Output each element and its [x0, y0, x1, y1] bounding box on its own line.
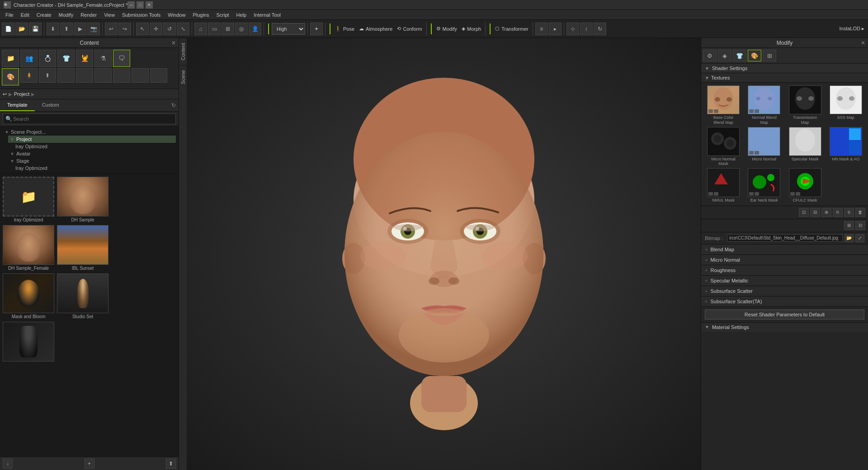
content-expression-btn[interactable]: 🗨	[113, 50, 130, 67]
export-button[interactable]: ⬆	[60, 23, 73, 35]
tex-icon-zoom[interactable]: ⊕	[821, 208, 831, 217]
user-button[interactable]: 👤	[249, 23, 261, 35]
modify-icon-material[interactable]: 🎨	[748, 50, 761, 61]
texture-thumb-ear-neck[interactable]	[748, 168, 780, 197]
content-scene-btn[interactable]: 📁	[2, 50, 19, 67]
menu-plugins[interactable]: Plugins	[189, 11, 212, 19]
open-button[interactable]: 📂	[15, 23, 28, 35]
breadcrumb-project[interactable]: Project	[14, 91, 29, 97]
texture-thumb-base-color[interactable]	[707, 85, 740, 114]
search-input[interactable]	[3, 113, 176, 124]
content-type5-btn[interactable]	[132, 68, 149, 83]
toolbar-extra2[interactable]: ▸	[549, 23, 561, 35]
tree-project[interactable]: ▼ Project	[8, 136, 176, 143]
redo-button[interactable]: ↪	[118, 23, 131, 35]
grid-thumb-darkfigure[interactable]	[3, 322, 54, 362]
reset-shader-button[interactable]: Reset Shader Parameters to Default	[705, 310, 864, 320]
undo-button[interactable]: ↩	[105, 23, 118, 35]
grid-item-iray[interactable]: 📁 Iray Optimized	[3, 177, 54, 222]
menu-window[interactable]: Window	[164, 11, 189, 19]
shader-settings-header[interactable]: ▼ Shader Settings	[701, 64, 868, 73]
instalod-button[interactable]: InstaLOD ▸	[837, 26, 866, 32]
viewport[interactable]	[187, 38, 701, 470]
content-hair-btn[interactable]: 💆	[76, 50, 93, 67]
grid-thumb-iblsunset[interactable]	[57, 225, 108, 265]
menu-create[interactable]: Create	[33, 11, 55, 19]
subsurface-scatter-header[interactable]: + Subsurface Scatter	[701, 286, 868, 296]
modify-icon-cloth[interactable]: 👕	[733, 50, 746, 61]
menu-script[interactable]: Script	[212, 11, 232, 19]
orbit-button[interactable]: ◎	[235, 23, 248, 35]
transformer-button[interactable]: ⬡ Transformer	[493, 26, 530, 32]
grid-item-darkfigure[interactable]	[3, 322, 54, 362]
tree-iray-opt-1[interactable]: Iray Optimized	[14, 143, 176, 150]
front-button[interactable]: ▭	[208, 23, 221, 35]
content-bottom-down[interactable]: ↓	[3, 459, 13, 469]
modify-button[interactable]: ⚙ Modify	[434, 26, 459, 32]
toolbar-extra1[interactable]: ≡	[535, 23, 548, 35]
menu-edit[interactable]: Edit	[17, 11, 33, 19]
breadcrumb-back[interactable]: ↩	[3, 91, 7, 97]
content-figure-btn[interactable]: 🧍	[20, 68, 38, 83]
menu-modify[interactable]: Modify	[55, 11, 77, 19]
modify-icon-checkerboard[interactable]: ⊞	[763, 50, 776, 61]
menu-submission-tools[interactable]: Submission Tools	[118, 11, 164, 19]
content-bottom-add[interactable]: +	[85, 459, 94, 469]
tab-template[interactable]: Template	[0, 99, 35, 111]
import-button[interactable]: ⬇	[47, 23, 59, 35]
tab-custom[interactable]: Custom	[35, 99, 66, 111]
bitmap-browse-btn[interactable]: 📂	[844, 234, 854, 242]
menu-file[interactable]: File	[2, 11, 17, 19]
minimize-button[interactable]: ─	[127, 1, 135, 9]
content-type1-btn[interactable]	[57, 68, 75, 83]
toolbar-extra4[interactable]: ↕	[580, 23, 593, 35]
tex-icon-extra2[interactable]: ⊟	[855, 221, 865, 230]
tree-stage[interactable]: ▼ Stage	[8, 157, 176, 164]
grid-thumb-dhsample[interactable]	[57, 177, 108, 216]
menu-help[interactable]: Help	[233, 11, 250, 19]
texture-thumb-micro-normal[interactable]	[748, 127, 780, 156]
subsurface-scatter-ta-header[interactable]: + Subsurface Scatter(TA)	[701, 296, 868, 306]
tex-icon-delete[interactable]: 🗑	[855, 208, 865, 217]
toolbar-extra5[interactable]: ↻	[594, 23, 606, 35]
home-button[interactable]: ⌂	[194, 23, 207, 35]
content-type3-btn[interactable]	[94, 68, 112, 83]
rotate-button[interactable]: ↺	[163, 23, 176, 35]
content-bottom-import[interactable]: ⬆	[166, 459, 176, 469]
select-button[interactable]: ↖	[136, 23, 149, 35]
close-button[interactable]: ✕	[146, 1, 153, 9]
content-side-tab[interactable]: Content	[179, 38, 187, 65]
content-type4-btn[interactable]	[113, 68, 130, 83]
tex-icon-paste[interactable]: ⎗	[844, 208, 854, 217]
grid-thumb-studioset[interactable]	[57, 273, 108, 313]
texture-thumb-cfulc[interactable]	[789, 168, 821, 197]
tex-icon-fit[interactable]: ⊡	[799, 208, 809, 217]
new-button[interactable]: 📄	[2, 23, 14, 35]
content-accessory-btn[interactable]: 💍	[39, 50, 56, 67]
toolbar-extra3[interactable]: ⊹	[566, 23, 579, 35]
content-type6-btn[interactable]	[150, 68, 167, 83]
camera-button[interactable]: 📷	[87, 23, 100, 35]
grid-item-dhsample[interactable]: DH Sample	[57, 177, 108, 222]
grid-thumb-maskbloom[interactable]	[3, 273, 54, 313]
quality-dropdown[interactable]: High Medium Low Custom	[272, 23, 305, 35]
texture-thumb-transmission[interactable]	[789, 85, 821, 114]
bitmap-expand-btn[interactable]: ⤢	[855, 234, 864, 242]
refresh-button[interactable]: ↻	[171, 102, 176, 108]
specular-metallic-header[interactable]: + Specular Metallic	[701, 276, 868, 286]
content-morph-btn[interactable]: ⚗	[94, 50, 112, 67]
light-button[interactable]: ✦	[310, 23, 323, 35]
grid-item-maskbloom[interactable]: Mask and Bloom	[3, 273, 54, 319]
atmosphere-button[interactable]: ☁ Atmosphere	[357, 26, 394, 32]
tree-scene-project[interactable]: ▼ Scene Project...	[3, 128, 176, 136]
modify-close-button[interactable]: ✕	[861, 40, 865, 46]
tex-icon-extra1[interactable]: ⊞	[844, 221, 854, 230]
content-cloth-btn[interactable]: 👕	[57, 50, 75, 67]
tex-icon-crop[interactable]: ⊟	[810, 208, 820, 217]
move-button[interactable]: ✛	[150, 23, 162, 35]
roughness-header[interactable]: + Roughness	[701, 265, 868, 275]
texture-thumb-nmul[interactable]	[707, 168, 740, 197]
render-button[interactable]: ▶	[74, 23, 86, 35]
grid-thumb-dhfemale[interactable]	[3, 225, 54, 265]
texture-thumb-mn-ao[interactable]	[830, 127, 862, 156]
